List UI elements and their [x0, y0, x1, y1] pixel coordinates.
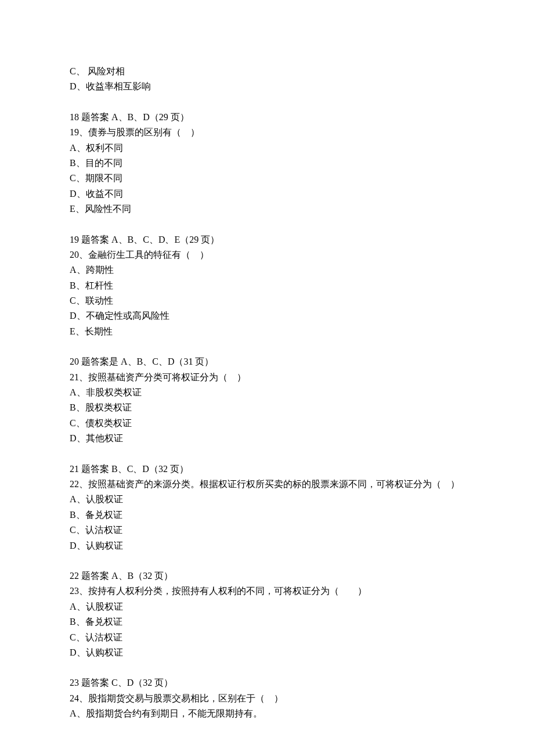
- text-line: B、目的不同: [70, 156, 464, 171]
- blank-line: [70, 339, 464, 354]
- text-line: A、跨期性: [70, 262, 464, 278]
- text-line: 22 题答案 A、B（32 页）: [70, 568, 464, 584]
- blank-line: [70, 660, 464, 675]
- text-line: A、股指期货合约有到期日，不能无限期持有。: [70, 706, 464, 721]
- text-line: E、风险性不同: [70, 201, 464, 217]
- document-page: C、 风险对相D、收益率相互影响18 题答案 A、B、D（29 页）19、债券与…: [0, 0, 534, 750]
- text-line: D、其他权证: [70, 431, 464, 446]
- text-line: A、认股权证: [70, 599, 464, 614]
- text-line: A、认股权证: [70, 492, 464, 507]
- text-line: 21 题答案 B、C、D（32 页）: [70, 462, 464, 477]
- text-line: 18 题答案 A、B、D（29 页）: [70, 110, 464, 125]
- text-line: D、收益不同: [70, 186, 464, 201]
- text-line: C、期限不同: [70, 171, 464, 186]
- text-line: C、认沽权证: [70, 630, 464, 645]
- text-line: C、 风险对相: [70, 64, 464, 79]
- text-line: B、备兑权证: [70, 614, 464, 629]
- blank-line: [70, 217, 464, 232]
- blank-line: [70, 553, 464, 568]
- text-line: C、认沽权证: [70, 523, 464, 538]
- text-line: C、债权类权证: [70, 416, 464, 431]
- text-line: A、非股权类权证: [70, 385, 464, 400]
- text-line: D、认购权证: [70, 645, 464, 660]
- text-line: 23 题答案 C、D（32 页）: [70, 675, 464, 690]
- text-line: 22、按照基础资产的来源分类。根据权证行权所买卖的标的股票来源不同，可将权证分为…: [70, 477, 464, 492]
- text-line: 21、按照基础资产分类可将权证分为（ ）: [70, 370, 464, 385]
- text-line: 19、债券与股票的区别有（ ）: [70, 125, 464, 140]
- text-line: 23、按持有人权利分类，按照持有人权利的不同，可将权证分为（ ）: [70, 584, 464, 599]
- text-line: B、股权类权证: [70, 400, 464, 415]
- document-content: C、 风险对相D、收益率相互影响18 题答案 A、B、D（29 页）19、债券与…: [70, 64, 464, 721]
- blank-line: [70, 95, 464, 110]
- text-line: B、备兑权证: [70, 507, 464, 523]
- text-line: C、联动性: [70, 293, 464, 308]
- text-line: 20、金融衍生工具的特征有（ ）: [70, 247, 464, 262]
- text-line: B、杠杆性: [70, 278, 464, 293]
- text-line: D、收益率相互影响: [70, 79, 464, 94]
- text-line: A、权利不同: [70, 141, 464, 156]
- text-line: 20 题答案是 A、B、C、D（31 页）: [70, 354, 464, 369]
- blank-line: [70, 447, 464, 462]
- text-line: 19 题答案 A、B、C、D、E（29 页）: [70, 232, 464, 247]
- text-line: E、长期性: [70, 324, 464, 339]
- text-line: D、认购权证: [70, 538, 464, 553]
- text-line: 24、股指期货交易与股票交易相比，区别在于（ ）: [70, 691, 464, 706]
- text-line: D、不确定性或高风险性: [70, 308, 464, 323]
